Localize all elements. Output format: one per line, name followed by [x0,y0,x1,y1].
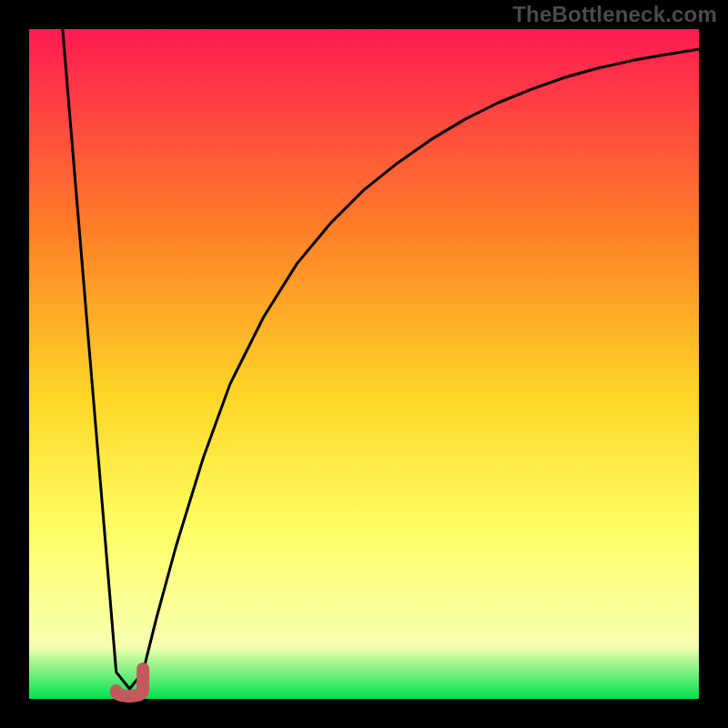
attribution-text: TheBottleneck.com [512,2,717,27]
gradient-background [29,29,699,699]
bottleneck-chart [0,0,728,728]
chart-frame: TheBottleneck.com [0,0,728,728]
